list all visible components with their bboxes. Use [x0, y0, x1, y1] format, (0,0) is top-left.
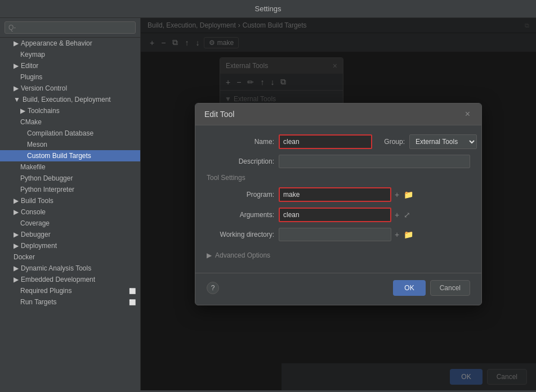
arrow-icon: ▶	[14, 84, 19, 92]
sidebar-item-label: Version Control	[21, 84, 67, 92]
working-directory-row: Working directory: + 📁	[207, 228, 470, 241]
arrow-icon: ▶	[14, 62, 19, 70]
sidebar-item-label: Plugins	[20, 73, 42, 81]
working-directory-input[interactable]	[279, 228, 391, 241]
sidebar-item-embedded-development[interactable]: ▶ Embedded Development	[0, 274, 140, 285]
description-label: Description:	[207, 157, 274, 165]
program-browse-button[interactable]: 📁	[403, 189, 414, 200]
sidebar-item-meson[interactable]: Meson	[0, 139, 140, 150]
advanced-options-label: Advanced Options	[215, 251, 270, 259]
sidebar-item-version-control[interactable]: ▶ Version Control	[0, 83, 140, 94]
arguments-expand-button[interactable]: ⤢	[403, 209, 412, 220]
sidebar-item-plugins[interactable]: Plugins	[0, 71, 140, 83]
sidebar-item-debugger[interactable]: ▶ Debugger	[0, 229, 140, 240]
sidebar-item-custom-build-targets[interactable]: Custom Build Targets	[0, 150, 140, 161]
search-input[interactable]	[5, 21, 136, 34]
sidebar-item-python-interpreter[interactable]: Python Interpreter	[0, 184, 140, 195]
sidebar-item-label: Python Interpreter	[20, 186, 74, 193]
footer-buttons: OK Cancel	[393, 280, 470, 296]
working-dir-add-macro-button[interactable]: +	[394, 229, 400, 240]
help-button[interactable]: ?	[207, 282, 219, 294]
sidebar-item-toolchains[interactable]: ▶ Toolchains	[0, 105, 140, 116]
sidebar-item-label: Build Tools	[21, 197, 53, 205]
sidebar-item-python-debugger[interactable]: Python Debugger	[0, 173, 140, 184]
sidebar-item-label: Deployment	[21, 242, 57, 250]
arguments-label: Arguments:	[207, 211, 274, 219]
sidebar-item-label: Editor	[21, 62, 38, 70]
group-select-container: External Tools	[409, 134, 477, 149]
sidebar-item-appearance[interactable]: ▶ Appearance & Behavior	[0, 38, 140, 49]
sidebar-item-label: Docker	[14, 253, 35, 261]
sidebar-item-cmake[interactable]: CMake	[0, 116, 140, 128]
sidebar-item-docker[interactable]: Docker	[0, 251, 140, 263]
tool-settings-label: Tool Settings	[207, 174, 470, 182]
required-plugins-icon: ⬜	[129, 288, 136, 294]
run-targets-icon: ⬜	[129, 299, 136, 305]
sidebar-item-build-tools[interactable]: ▶ Build Tools	[0, 195, 140, 206]
working-directory-input-group: + 📁	[279, 228, 470, 241]
working-dir-browse-button[interactable]: 📁	[403, 229, 414, 240]
dialog-title: Edit Tool	[204, 110, 234, 119]
name-label: Name:	[207, 138, 274, 146]
cancel-button[interactable]: Cancel	[430, 280, 470, 296]
sidebar-item-deployment[interactable]: ▶ Deployment	[0, 240, 140, 251]
arguments-input-group: + ⤢	[279, 208, 470, 222]
sidebar-item-run-targets[interactable]: Run Targets ⬜	[0, 296, 140, 308]
description-row: Description:	[207, 155, 470, 168]
sidebar-item-label: CMake	[20, 118, 42, 126]
sidebar-item-makefile[interactable]: Makefile	[0, 161, 140, 173]
sidebar-item-label: Debugger	[21, 231, 51, 238]
sidebar-item-label: Dynamic Analysis Tools	[21, 264, 91, 272]
program-row: Program: + 📁	[207, 187, 470, 202]
sidebar-item-editor[interactable]: ▶ Editor	[0, 60, 140, 71]
dialog-overlay: Edit Tool × Name: Group: External Tools	[141, 18, 536, 390]
edit-tool-dialog: Edit Tool × Name: Group: External Tools	[195, 103, 482, 305]
sidebar-item-label: Custom Build Targets	[27, 152, 91, 160]
arguments-add-macro-button[interactable]: +	[394, 209, 400, 220]
sidebar-item-label: Meson	[27, 141, 47, 148]
name-row: Name: Group: External Tools	[207, 134, 470, 149]
sidebar-item-console[interactable]: ▶ Console	[0, 206, 140, 218]
window-title: Settings	[255, 4, 282, 13]
main-area: Build, Execution, Deployment › Custom Bu…	[141, 18, 536, 390]
title-bar: Settings	[0, 0, 536, 18]
advanced-options-section[interactable]: ▶ Advanced Options	[207, 247, 470, 264]
arguments-input[interactable]	[279, 208, 391, 222]
sidebar-search-container	[0, 18, 140, 38]
program-label: Program:	[207, 191, 274, 199]
sidebar-item-label: Appearance & Behavior	[21, 39, 92, 47]
sidebar-item-label: Build, Execution, Deployment	[23, 96, 111, 103]
name-input[interactable]	[279, 134, 372, 149]
sidebar-item-build-execution[interactable]: ▼ Build, Execution, Deployment	[0, 94, 140, 105]
arrow-icon: ▶	[14, 231, 19, 238]
dialog-footer: ? OK Cancel	[195, 273, 481, 305]
sidebar-item-dynamic-analysis[interactable]: ▶ Dynamic Analysis Tools	[0, 263, 140, 274]
sidebar-item-label: Makefile	[20, 163, 46, 171]
arrow-icon: ▶	[14, 276, 19, 283]
sidebar-item-coverage[interactable]: Coverage	[0, 218, 140, 229]
arrow-icon: ▶	[14, 242, 19, 250]
chevron-right-icon: ▶	[207, 251, 212, 259]
sidebar-item-label: Embedded Development	[21, 276, 95, 283]
sidebar-item-label: Compilation Database	[27, 129, 93, 137]
program-input[interactable]	[279, 187, 391, 202]
arrow-icon: ▶	[14, 39, 19, 47]
description-input[interactable]	[279, 155, 470, 168]
sidebar-item-label: Toolchains	[28, 107, 60, 115]
sidebar: ▶ Appearance & Behavior Keymap ▶ Editor …	[0, 18, 141, 390]
group-dropdown[interactable]: External Tools	[409, 134, 477, 149]
sidebar-item-label: Required Plugins	[20, 287, 72, 295]
arrow-icon: ▶	[20, 107, 25, 115]
sidebar-item-compilation-database[interactable]: Compilation Database	[0, 128, 140, 139]
arrow-icon: ▼	[14, 96, 20, 103]
arrow-icon: ▶	[14, 264, 19, 272]
arguments-row: Arguments: + ⤢	[207, 208, 470, 222]
sidebar-item-label: Python Debugger	[20, 174, 73, 182]
ok-button[interactable]: OK	[393, 280, 425, 296]
arrow-icon: ▶	[14, 208, 19, 216]
dialog-close-button[interactable]: ×	[463, 109, 472, 119]
sidebar-item-keymap[interactable]: Keymap	[0, 49, 140, 60]
sidebar-item-required-plugins[interactable]: Required Plugins ⬜	[0, 285, 140, 296]
program-add-macro-button[interactable]: +	[394, 189, 400, 200]
sidebar-item-label: Keymap	[20, 51, 45, 58]
